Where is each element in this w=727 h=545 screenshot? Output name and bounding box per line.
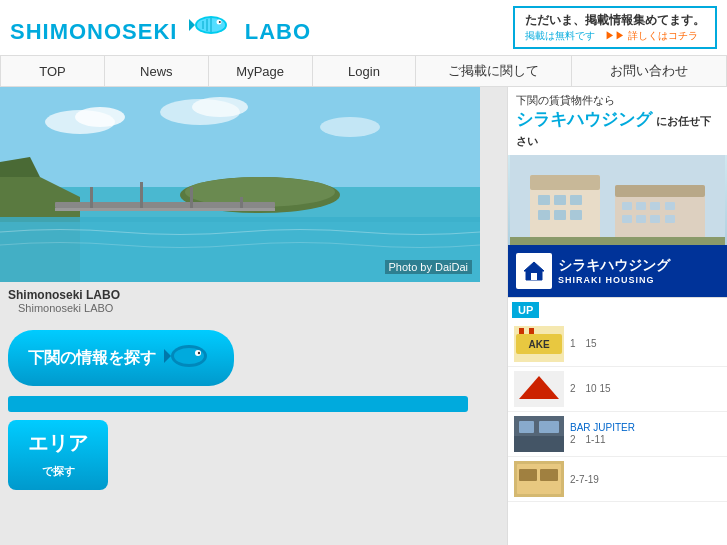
right-column: 下関の賃貸物件なら シラキハウジング にお任せ下さい [507,87,727,545]
site-info: Shimonoseki LABO Shimonoseki LABO [0,282,507,320]
up-label: UP [512,302,539,318]
hero-image: Photo by DaiDai [0,87,480,282]
svg-point-11 [75,107,125,127]
banner-bottom-en: SHIRAKI HOUSING [558,275,670,285]
svg-rect-63 [519,421,534,433]
svg-rect-51 [510,237,725,245]
up-item-thumb-2 [514,371,564,407]
banner-link[interactable]: ▶▶ 詳しくはコチラ [605,29,698,43]
svg-rect-21 [90,187,93,208]
svg-rect-34 [530,175,600,190]
svg-marker-31 [164,349,171,363]
svg-rect-46 [665,202,675,210]
up-section: UP AKE 1 15 [508,297,727,502]
house-icon [516,253,552,289]
up-item-link-3[interactable]: BAR JUPITER [570,422,721,433]
area-divider [8,396,468,412]
logo-text-2: LABO [245,19,311,44]
svg-rect-20 [55,208,275,211]
svg-rect-23 [190,187,193,208]
up-item-thumb-3 [514,416,564,452]
up-item-thumb-4 [514,461,564,497]
logo-text-1: SHIMONOSEKI [10,19,177,44]
svg-rect-24 [240,197,243,208]
svg-rect-39 [554,210,566,220]
up-item-thumb-1: AKE [514,326,564,362]
up-item-date-2: 2 10 15 [570,382,721,396]
fish-logo-icon [189,11,234,45]
banner-sub: 掲載は無料です [525,29,595,43]
svg-point-28 [174,348,204,364]
nav-news[interactable]: News [105,56,209,86]
svg-rect-45 [650,202,660,210]
header: SHIMONOSEKI LABO ただいま、掲載情報集めてます。 掲載は無料です… [0,0,727,55]
area-button-label: エリア [28,432,88,454]
svg-rect-36 [554,195,566,205]
svg-marker-57 [519,328,524,334]
svg-rect-64 [539,421,559,433]
nav-about[interactable]: ご掲載に関して [416,56,571,86]
up-item-date-3: 2 1-11 [570,433,721,447]
up-item[interactable]: BAR JUPITER 2 1-11 [508,412,727,457]
up-item[interactable]: 2-7-19 [508,457,727,502]
banner-title: ただいま、掲載情報集めてます。 [525,12,705,29]
hero-background [0,87,480,282]
svg-rect-67 [519,469,537,481]
search-button[interactable]: 下関の情報を探す [8,330,234,386]
nav-contact[interactable]: お問い合わせ [572,56,727,86]
nav-mypage[interactable]: MyPage [209,56,313,86]
svg-text:AKE: AKE [528,339,549,350]
up-item-info-4: 2-7-19 [570,474,721,485]
up-item-info-1: 1 15 [570,337,721,351]
banner-company: シラキハウジング [516,110,652,129]
area-button-sub: で探す [42,465,75,477]
svg-rect-62 [514,436,564,452]
site-sub: Shimonoseki LABO [18,302,499,314]
site-name: Shimonoseki LABO [8,288,499,302]
banner-line1: 下関の賃貸物件なら [516,93,719,108]
svg-rect-35 [538,195,550,205]
svg-rect-53 [531,273,537,280]
svg-point-3 [218,21,220,23]
svg-rect-40 [570,210,582,220]
hero-credit: Photo by DaiDai [385,260,473,274]
svg-rect-49 [650,215,660,223]
svg-rect-43 [622,202,632,210]
search-section: 下関の情報を探す エリア で探す [0,320,507,500]
banner-bottom-text: シラキハウジング [558,257,670,275]
nav-login[interactable]: Login [313,56,417,86]
svg-point-14 [320,117,380,137]
svg-point-13 [192,97,248,117]
svg-marker-58 [529,328,534,334]
logo: SHIMONOSEKI LABO [10,11,311,45]
svg-rect-50 [665,215,675,223]
fish-search-icon [164,340,214,376]
up-item[interactable]: AKE 1 15 [508,322,727,367]
right-banner-image [508,155,727,245]
up-item-date-4: 2-7-19 [570,474,721,485]
header-banner[interactable]: ただいま、掲載情報集めてます。 掲載は無料です ▶▶ 詳しくはコチラ [513,6,717,49]
left-column: Photo by DaiDai Shimonoseki LABO Shimono… [0,87,507,545]
svg-rect-37 [570,195,582,205]
svg-rect-44 [636,202,646,210]
right-banner[interactable]: 下関の賃貸物件なら シラキハウジング にお任せ下さい [508,87,727,297]
logo-text: SHIMONOSEKI LABO [10,11,311,45]
svg-rect-22 [140,182,143,208]
right-banner-top: 下関の賃貸物件なら シラキハウジング にお任せ下さい [508,87,727,155]
nav: TOP News MyPage Login ご掲載に関して お問い合わせ [0,55,727,87]
search-button-label: 下関の情報を探す [28,348,156,369]
svg-rect-47 [622,215,632,223]
main: Photo by DaiDai Shimonoseki LABO Shimono… [0,87,727,545]
up-item[interactable]: 2 10 15 [508,367,727,412]
up-item-info-3: BAR JUPITER 2 1-11 [570,422,721,447]
svg-rect-38 [538,210,550,220]
svg-rect-68 [540,469,558,481]
up-item-date-1: 1 15 [570,337,721,351]
right-banner-bottom[interactable]: シラキハウジング SHIRAKI HOUSING [508,245,727,297]
svg-marker-4 [189,19,195,31]
svg-point-30 [198,352,200,354]
svg-rect-42 [615,185,705,197]
up-item-info-2: 2 10 15 [570,382,721,396]
area-button[interactable]: エリア で探す [8,420,108,490]
nav-top[interactable]: TOP [0,56,105,86]
